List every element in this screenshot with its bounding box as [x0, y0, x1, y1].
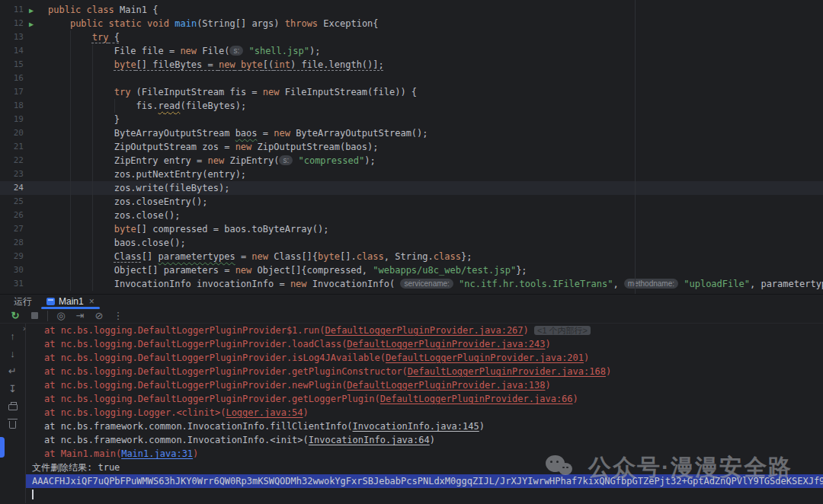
selected-output-line[interactable]: AAACFHJxiQF7uQPbFPuWMWS63hJKY0Wrr6QW0Rp3…: [26, 474, 823, 488]
indent-guide: [70, 277, 71, 291]
indent-guide: [70, 85, 71, 99]
soft-wrap-button[interactable]: ↵: [6, 365, 20, 377]
code-line[interactable]: 23 zos.putNextEntry(entry);: [0, 167, 823, 181]
stack-trace-link[interactable]: DefaultLoggerPluginProvider.java:66: [380, 394, 573, 404]
line-number: 20: [0, 126, 24, 140]
code-line[interactable]: 12▶ public static void main(String[] arg…: [0, 17, 823, 30]
indent-guide: [92, 113, 93, 126]
clear-console-button[interactable]: [6, 417, 20, 429]
indent-guide: [70, 209, 71, 222]
code-line[interactable]: 18 fis.read(fileBytes);: [0, 99, 823, 113]
stack-trace-link[interactable]: DefaultLoggerPluginProvider.java:201: [386, 352, 584, 363]
code-line[interactable]: 29 Class[] parametertypes = new Class[]{…: [0, 250, 823, 263]
more-options-button[interactable]: ⋮: [112, 310, 124, 322]
indent-guide: [70, 44, 71, 58]
code-line[interactable]: 24 zos.write(fileBytes);: [0, 181, 823, 195]
stack-trace-link[interactable]: InvocationInfo.java:145: [353, 421, 479, 432]
console-left-toolbar: ↑↓↵↧: [0, 324, 26, 503]
line-number: 15: [0, 58, 24, 72]
console-line[interactable]: at nc.bs.framework.common.InvocationInfo…: [26, 433, 823, 447]
indent-guide: [70, 195, 71, 209]
run-body: › ↑↓↵↧ at nc.bs.logging.DefaultLoggerPlu…: [0, 324, 823, 503]
code-line[interactable]: 11▶public class Main1 {: [0, 3, 823, 17]
stop-button[interactable]: [28, 310, 40, 322]
console-line[interactable]: at nc.bs.logging.DefaultLoggerPluginProv…: [26, 365, 823, 378]
indent-guide: [92, 99, 93, 113]
run-stripe-indicator[interactable]: [0, 437, 5, 458]
code-line[interactable]: 15 byte[] fileBytes = new byte[(int) fil…: [0, 58, 823, 72]
ide-window: 11▶public class Main1 {12▶ public static…: [0, 0, 823, 504]
console-line[interactable]: at Main1.main(Main1.java:31): [26, 447, 823, 461]
jump-to-source-button[interactable]: ⇥: [74, 310, 86, 322]
scroll-to-end-button[interactable]: ↧: [6, 382, 20, 394]
stack-trace-link[interactable]: InvocationInfo.java:64: [309, 435, 430, 445]
prev-occurrence-button[interactable]: ↑: [6, 330, 20, 342]
code-line[interactable]: 16: [0, 72, 823, 85]
stack-trace-link[interactable]: DefaultLoggerPluginProvider.java:138: [347, 380, 545, 391]
code-line[interactable]: 17 try (FileInputStream fis = new FileIn…: [0, 85, 823, 99]
code-line[interactable]: 21 ZipOutputStream zos = new ZipOutputSt…: [0, 140, 823, 154]
line-number: 12: [0, 17, 24, 30]
console-line[interactable]: 进程已结束，退出代码为 0: [26, 502, 823, 503]
indent-guide: [70, 72, 71, 85]
code-line[interactable]: 27 byte[] compressed = baos.toByteArray(…: [0, 222, 823, 236]
indent-guide: [70, 250, 71, 263]
console-line[interactable]: at nc.bs.logging.DefaultLoggerPluginProv…: [26, 351, 823, 365]
console-output[interactable]: at nc.bs.logging.DefaultLoggerPluginProv…: [26, 324, 823, 503]
stack-trace-link[interactable]: DefaultLoggerPluginProvider.java:267: [325, 325, 523, 336]
console-line[interactable]: 文件删除结果: true: [26, 461, 823, 474]
camera-icon-button[interactable]: ◎: [55, 310, 67, 322]
rerun-button[interactable]: ↻: [9, 310, 21, 322]
code-line[interactable]: 30 Object[] parameters = new Object[]{co…: [0, 263, 823, 277]
line-number: 17: [0, 85, 24, 99]
console-line[interactable]: [26, 488, 823, 502]
tab-main1[interactable]: Main1 ×: [41, 295, 100, 308]
close-icon[interactable]: ×: [89, 296, 94, 307]
indent-guide: [92, 44, 93, 58]
next-occurrence-button[interactable]: ↓: [6, 347, 20, 359]
code-line[interactable]: 31 InvocationInfo invocationInfo = new I…: [0, 277, 823, 291]
line-number: 30: [0, 263, 24, 277]
console-line[interactable]: at nc.bs.logging.DefaultLoggerPluginProv…: [26, 337, 823, 351]
console-tab-icon: [46, 298, 55, 305]
run-panel-title: 运行: [14, 295, 32, 308]
chevron-right-icon[interactable]: ›: [23, 324, 26, 333]
line-number: 31: [0, 277, 24, 291]
tab-label: Main1: [59, 296, 84, 307]
stack-trace-link[interactable]: DefaultLoggerPluginProvider.java:168: [408, 366, 606, 377]
code-line[interactable]: 13 try {: [0, 30, 823, 44]
run-gutter-icon[interactable]: ▶: [29, 4, 34, 18]
indent-guide: [92, 58, 93, 72]
code-line[interactable]: 28 baos.close();: [0, 236, 823, 250]
run-gutter-icon[interactable]: ▶: [29, 18, 34, 31]
stack-trace-link[interactable]: DefaultLoggerPluginProvider.java:243: [347, 339, 545, 349]
code-line[interactable]: 14 File file = new File(s: "shell.jsp");: [0, 44, 823, 58]
indent-guide: [92, 154, 93, 167]
console-line[interactable]: at nc.bs.logging.DefaultLoggerPluginProv…: [26, 392, 823, 406]
console-line[interactable]: at nc.bs.logging.Logger.<clinit>(Logger.…: [26, 406, 823, 419]
code-line[interactable]: 25 zos.closeEntry();: [0, 195, 823, 209]
code-line[interactable]: 22 ZipEntry entry = new ZipEntry(s: "com…: [0, 154, 823, 167]
print-button[interactable]: [6, 400, 20, 412]
indent-guide: [92, 222, 93, 236]
code-line[interactable]: 20 ByteArrayOutputStream baos = new Byte…: [0, 126, 823, 140]
clear-history-button[interactable]: ⊘: [93, 310, 105, 322]
code-line[interactable]: 19 }: [0, 113, 823, 126]
indent-guide: [70, 236, 71, 250]
line-number: 21: [0, 140, 24, 154]
line-number: 27: [0, 222, 24, 236]
code-editor[interactable]: 11▶public class Main1 {12▶ public static…: [0, 0, 823, 295]
line-number: 26: [0, 209, 24, 222]
indent-guide: [92, 195, 93, 209]
stack-trace-link[interactable]: Main1.java:31: [121, 448, 193, 459]
console-line[interactable]: at nc.bs.logging.DefaultLoggerPluginProv…: [26, 378, 823, 392]
console-line[interactable]: at nc.bs.logging.DefaultLoggerPluginProv…: [26, 324, 823, 337]
stack-trace-link[interactable]: Logger.java:54: [226, 407, 303, 418]
run-header: 运行 Main1 ×: [0, 295, 823, 308]
indent-guide: [92, 236, 93, 250]
indent-guide: [92, 167, 93, 181]
line-number: 14: [0, 44, 24, 58]
code-line[interactable]: 26 zos.close();: [0, 209, 823, 222]
console-line[interactable]: at nc.bs.framework.common.InvocationInfo…: [26, 419, 823, 433]
indent-guide: [92, 277, 93, 291]
